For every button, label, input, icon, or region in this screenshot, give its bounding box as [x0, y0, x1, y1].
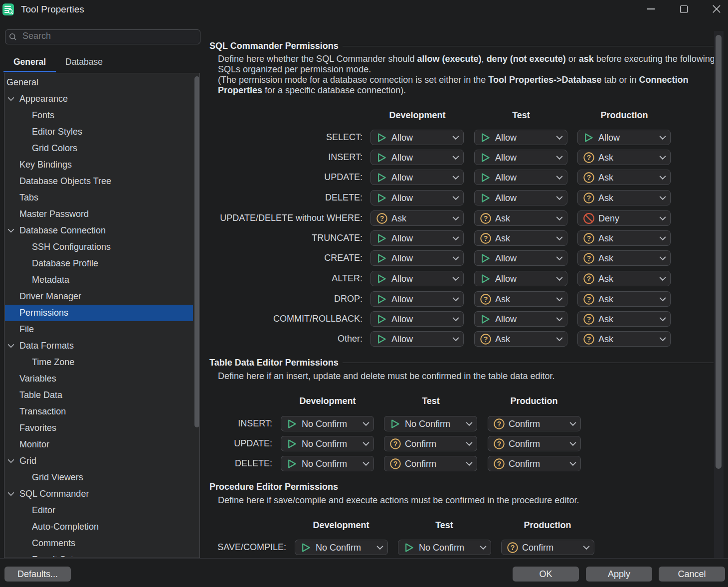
svg-text:?: ? [587, 335, 591, 343]
svg-text:?: ? [587, 154, 591, 162]
svg-text:?: ? [393, 460, 398, 468]
svg-text:?: ? [380, 214, 384, 222]
svg-text:?: ? [587, 194, 591, 202]
svg-text:?: ? [587, 315, 591, 323]
svg-text:?: ? [484, 234, 488, 242]
svg-text:?: ? [497, 460, 502, 468]
svg-text:?: ? [587, 234, 591, 242]
svg-text:?: ? [511, 544, 515, 552]
svg-text:?: ? [587, 174, 591, 182]
svg-text:?: ? [497, 420, 502, 428]
svg-text:?: ? [484, 295, 488, 303]
svg-text:?: ? [393, 440, 398, 448]
svg-text:?: ? [587, 254, 591, 262]
svg-text:?: ? [587, 275, 591, 283]
svg-text:?: ? [497, 440, 502, 448]
svg-text:?: ? [484, 335, 488, 343]
svg-text:?: ? [587, 295, 591, 303]
svg-text:?: ? [484, 214, 488, 222]
